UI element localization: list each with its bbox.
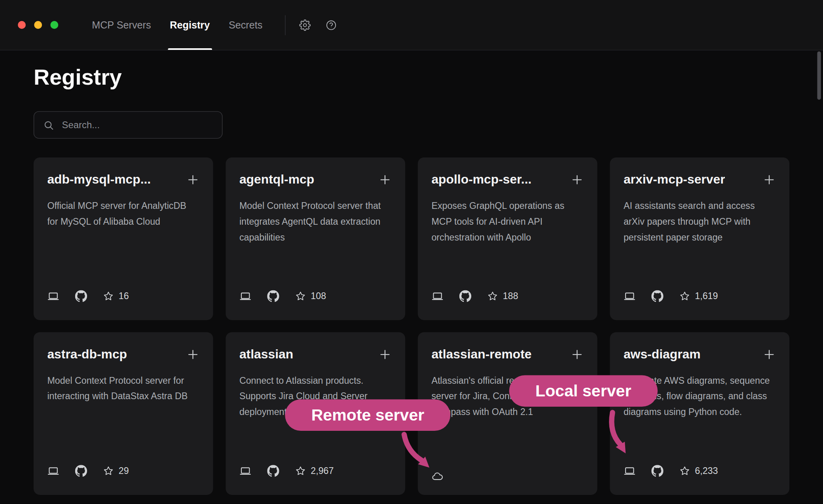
star-count: 6,233 [695,466,718,477]
star-icon [103,466,114,477]
tab-mcp-servers[interactable]: MCP Servers [82,0,160,50]
github-icon[interactable] [459,290,472,303]
server-card-apollo-mcp-server[interactable]: apollo-mcp-ser... Exposes GraphQL operat… [418,157,597,320]
close-window-button[interactable] [18,21,26,29]
remote-server-annotation-badge: Remote server [285,399,450,431]
server-card-adb-mysql-mcp[interactable]: adb-mysql-mcp... Official MCP server for… [34,157,213,320]
server-card-agentql-mcp[interactable]: agentql-mcp Model Context Protocol serve… [226,157,405,320]
star-count: 16 [119,291,129,302]
laptop-icon [624,465,636,477]
server-description: Model Context Protocol server that integ… [239,198,392,245]
add-server-button[interactable] [378,173,391,186]
search-icon [43,119,54,131]
server-name: aws-diagram [624,347,701,362]
star-count: 1,619 [695,291,718,302]
server-description: AI assistants search and access arXiv pa… [624,198,776,245]
search-input[interactable] [61,119,213,131]
server-description: Official MCP server for AnalyticDB for M… [47,198,199,229]
server-name: apollo-mcp-ser... [431,172,531,187]
laptop-icon [624,290,636,303]
github-icon[interactable] [75,465,87,477]
server-name: agentql-mcp [239,172,314,187]
tab-registry[interactable]: Registry [160,0,219,50]
star-count: 2,967 [311,466,334,477]
server-name: arxiv-mcp-server [624,172,725,187]
github-icon[interactable] [267,290,279,303]
laptop-icon [239,465,252,477]
star-icon [103,291,114,302]
server-card-arxiv-mcp-server[interactable]: arxiv-mcp-server AI assistants search an… [610,157,789,320]
star-icon [679,291,690,302]
server-name: atlassian-remote [431,347,531,362]
server-description: Model Context Protocol server for intera… [47,373,199,404]
scrollbar-thumb[interactable] [817,51,821,100]
star-icon [487,291,498,302]
server-name: adb-mysql-mcp... [47,172,151,187]
add-server-button[interactable] [186,348,199,361]
star-count: 188 [503,291,518,302]
laptop-icon [47,465,59,477]
github-icon[interactable] [651,290,664,303]
main-nav: MCP Servers Registry Secrets [82,0,272,50]
github-icon[interactable] [651,465,664,477]
laptop-icon [239,290,252,303]
nav-divider [285,15,285,35]
zoom-window-button[interactable] [50,21,58,29]
annotation-arrow-remote [394,431,441,476]
local-server-annotation-badge: Local server [509,375,658,407]
add-server-button[interactable] [762,173,776,186]
add-server-button[interactable] [571,173,584,186]
search-box [34,111,223,138]
github-icon[interactable] [267,465,279,477]
star-icon [295,466,306,477]
star-count: 29 [119,466,129,477]
server-name: astra-db-mcp [47,347,127,362]
add-server-button[interactable] [186,173,199,186]
add-server-button[interactable] [762,348,776,361]
server-name: atlassian [239,347,293,362]
minimize-window-button[interactable] [34,21,42,29]
traffic-lights [0,0,58,50]
tab-secrets[interactable]: Secrets [219,0,272,50]
app-window: MCP Servers Registry Secrets Regist [0,0,823,504]
page-title: Registry [34,64,789,90]
github-icon[interactable] [75,290,87,303]
add-server-button[interactable] [571,348,584,361]
annotation-arrow-local [604,409,643,459]
laptop-icon [47,290,59,303]
server-card-astra-db-mcp[interactable]: astra-db-mcp Model Context Protocol serv… [34,332,213,495]
gear-icon[interactable] [299,19,311,30]
star-icon [679,466,690,477]
star-count: 108 [311,291,326,302]
star-icon [295,291,306,302]
help-icon[interactable] [326,19,337,30]
title-bar: MCP Servers Registry Secrets [0,0,823,50]
server-description: Exposes GraphQL operations as MCP tools … [431,198,584,245]
add-server-button[interactable] [378,348,391,361]
laptop-icon [431,290,444,303]
